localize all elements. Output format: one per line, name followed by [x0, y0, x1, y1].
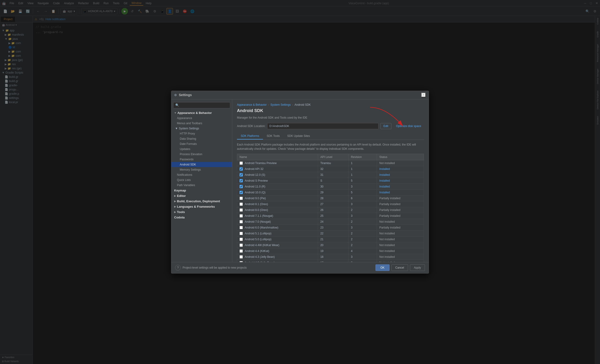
table-row: Android 10.0 (Q)295Installed — [237, 189, 328, 195]
table-row: Android 12.0 (S)311Installed — [237, 172, 328, 178]
nav-path-variables[interactable]: Path Variables — [171, 183, 232, 188]
tab-sdk-update-sites[interactable]: SDK Update Sites — [284, 133, 314, 140]
dialog-overlay: ⚙ Settings × 🔍 ▼ Appearance & Behavior A… — [0, 0, 328, 211]
system-settings-label: System Settings — [179, 127, 199, 130]
editor-arrow: ▶ — [174, 195, 176, 197]
nav-http-proxy[interactable]: HTTP Proxy — [171, 131, 232, 136]
content-desc: Manager for the Android SDK and Tools us… — [237, 116, 328, 119]
table-row: Android 11.0 (R)303Installed — [237, 184, 328, 189]
build-arrow: ▶ — [174, 200, 176, 203]
settings-search-container[interactable]: 🔍 — [173, 102, 230, 108]
nav-languages[interactable]: ▶ Languages & Frameworks — [171, 204, 232, 209]
sdk-api: 32 — [318, 166, 328, 172]
nav-appearance[interactable]: Appearance — [171, 116, 232, 121]
table-row: Android 8.1 (Oreo)273Partially installed — [237, 201, 328, 207]
dialog-title-bar: ⚙ Settings × — [171, 91, 328, 99]
sdk-location-input[interactable] — [267, 123, 328, 129]
search-icon: 🔍 — [175, 103, 179, 107]
sdk-api: 29 — [318, 189, 328, 195]
nav-updates[interactable]: Updates — [171, 147, 232, 152]
nav-quick-lists[interactable]: Quick Lists — [171, 177, 232, 183]
sdk-desc: Each Android SDK Platform package includ… — [237, 142, 328, 151]
sdk-checkbox-6[interactable] — [240, 197, 243, 200]
table-row: Android 9.0 (Pie)286Partially installed — [237, 195, 328, 201]
settings-dialog: ⚙ Settings × 🔍 ▼ Appearance & Behavior A… — [171, 91, 328, 211]
col-name[interactable]: Name — [237, 154, 318, 160]
breadcrumb-sep2: › — [292, 103, 293, 106]
sdk-name-cell: Android 11.0 (R) — [237, 184, 318, 189]
dialog-title: Settings — [179, 93, 192, 97]
system-settings-arrow: ▼ — [175, 127, 178, 130]
nav-build-label: Build, Execution, Deployment — [177, 199, 220, 203]
sdk-checkbox-4[interactable] — [240, 185, 243, 188]
sdk-api: 26 — [318, 207, 328, 211]
sdk-name-cell: Android S Preview — [237, 178, 318, 184]
table-row: Android Tiramisu PreviewTiramisu1Not ins… — [237, 160, 328, 166]
sdk-api: Tiramisu — [318, 160, 328, 166]
breadcrumb-part3: Android SDK — [294, 103, 310, 106]
sdk-name-cell: Android 8.1 (Oreo) — [237, 201, 318, 207]
dialog-body: 🔍 ▼ Appearance & Behavior Appearance Men… — [171, 99, 328, 211]
nav-editor[interactable]: ▶ Editor — [171, 193, 232, 198]
sdk-name-cell: Android API 32 — [237, 166, 318, 172]
sdk-checkbox-0[interactable] — [240, 161, 243, 165]
sdk-name-cell: Android 12.0 (S) — [237, 172, 318, 178]
nav-notifications[interactable]: Notifications — [171, 172, 232, 177]
table-row: Android 8.0 (Oreo)262Partially installed — [237, 207, 328, 211]
content-title: Android SDK — [237, 108, 328, 113]
nav-system-settings[interactable]: ▼ System Settings — [171, 126, 232, 131]
sdk-api: S — [318, 178, 328, 184]
nav-keymap[interactable]: Keymap — [171, 188, 232, 193]
sdk-checkbox-5[interactable] — [240, 191, 243, 194]
sdk-name: Android 10.0 (Q) — [245, 191, 266, 194]
sdk-name: Android Tiramisu Preview — [245, 161, 277, 165]
settings-search-input[interactable] — [180, 103, 228, 107]
nav-editor-label: Editor — [177, 194, 186, 198]
sdk-name: Android 12.0 (S) — [245, 173, 265, 177]
nav-android-sdk[interactable]: Android SDK — [171, 162, 232, 167]
sdk-checkbox-1[interactable] — [240, 167, 243, 171]
nav-group-appearance-behavior[interactable]: ▼ Appearance & Behavior — [171, 110, 232, 116]
nav-data-sharing[interactable]: Data Sharing — [171, 136, 232, 141]
inner-tabs: SDK Platforms SDK Tools SDK Update Sites — [237, 133, 328, 140]
sdk-api: 27 — [318, 201, 328, 207]
breadcrumb-part2[interactable]: System Settings — [271, 103, 291, 106]
sdk-checkbox-3[interactable] — [240, 179, 243, 182]
nav-build-execution[interactable]: ▶ Build, Execution, Deployment — [171, 198, 232, 204]
sdk-api: 28 — [318, 195, 328, 201]
sdk-name: Android 8.0 (Oreo) — [245, 208, 268, 211]
nav-memory-settings[interactable]: Memory Settings — [171, 167, 232, 172]
sdk-checkbox-2[interactable] — [240, 173, 243, 177]
nav-languages-label: Languages & Frameworks — [177, 205, 215, 208]
sdk-name-cell: Android Tiramisu Preview — [237, 160, 318, 166]
tab-sdk-tools[interactable]: SDK Tools — [263, 133, 284, 140]
breadcrumb: Appearance & Behavior › System Settings … — [237, 103, 328, 106]
tab-sdk-platforms[interactable]: SDK Platforms — [237, 133, 263, 140]
nav-tools-label: Tools — [177, 210, 185, 211]
languages-arrow: ▶ — [174, 205, 176, 208]
col-api[interactable]: API Level — [318, 154, 328, 160]
sdk-name: Android 9.0 (Pie) — [245, 197, 266, 200]
sdk-name: Android API 32 — [245, 167, 263, 171]
nav-passwords[interactable]: Passwords — [171, 157, 232, 162]
sdk-api: 30 — [318, 184, 328, 189]
sdk-name-cell: Android 10.0 (Q) — [237, 189, 318, 195]
nav-group-arrow: ▼ — [174, 112, 177, 114]
sdk-name-cell: Android 8.0 (Oreo) — [237, 207, 318, 211]
sdk-name: Android 11.0 (R) — [245, 185, 265, 188]
sdk-name: Android S Preview — [245, 179, 268, 182]
breadcrumb-sep1: › — [268, 103, 269, 106]
nav-date-formats[interactable]: Date Formats — [171, 141, 232, 147]
sdk-checkbox-8[interactable] — [240, 208, 243, 211]
nav-process-elevation[interactable]: Process Elevation — [171, 152, 232, 157]
tools-arrow: ▶ — [174, 211, 176, 211]
nav-keymap-label: Keymap — [174, 189, 186, 192]
dialog-gear-icon: ⚙ — [174, 93, 177, 97]
settings-nav: 🔍 ▼ Appearance & Behavior Appearance Men… — [171, 99, 232, 211]
breadcrumb-part1[interactable]: Appearance & Behavior — [237, 103, 267, 106]
sdk-name-cell: Android 9.0 (Pie) — [237, 195, 318, 201]
nav-group-label: Appearance & Behavior — [178, 111, 212, 115]
nav-tools[interactable]: ▶ Tools — [171, 209, 232, 211]
sdk-checkbox-7[interactable] — [240, 203, 243, 206]
nav-menus-toolbars[interactable]: Menus and Toolbars — [171, 121, 232, 126]
